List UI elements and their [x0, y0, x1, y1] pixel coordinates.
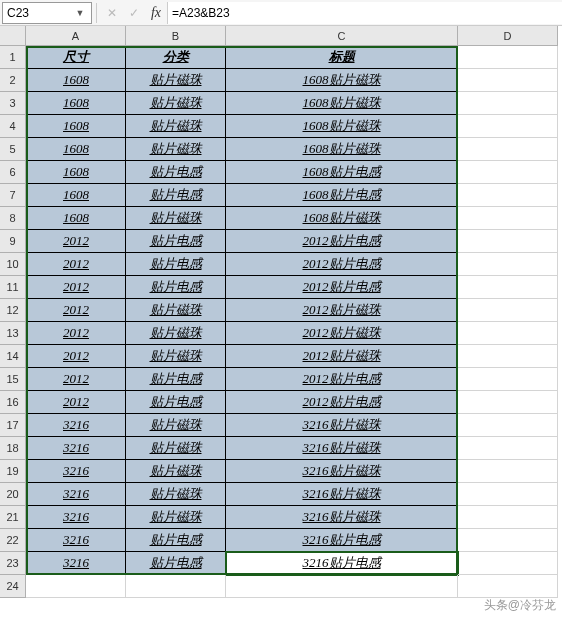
cell-A8[interactable]: 1608: [26, 207, 126, 230]
row-header-18[interactable]: 18: [0, 437, 26, 460]
cell-C19[interactable]: 3216贴片磁珠: [226, 460, 458, 483]
cell-B11[interactable]: 贴片电感: [126, 276, 226, 299]
cell-D8[interactable]: [458, 207, 558, 230]
cell-C17[interactable]: 3216贴片磁珠: [226, 414, 458, 437]
cell-C20[interactable]: 3216贴片磁珠: [226, 483, 458, 506]
cell-C4[interactable]: 1608贴片磁珠: [226, 115, 458, 138]
col-header-A[interactable]: A: [26, 26, 126, 46]
row-header-8[interactable]: 8: [0, 207, 26, 230]
cell-C14[interactable]: 2012贴片磁珠: [226, 345, 458, 368]
row-header-24[interactable]: 24: [0, 575, 26, 598]
col-header-D[interactable]: D: [458, 26, 558, 46]
cell-A12[interactable]: 2012: [26, 299, 126, 322]
cell-C9[interactable]: 2012贴片电感: [226, 230, 458, 253]
cell-D17[interactable]: [458, 414, 558, 437]
cell-B4[interactable]: 贴片磁珠: [126, 115, 226, 138]
col-header-B[interactable]: B: [126, 26, 226, 46]
cell-B23[interactable]: 贴片电感: [126, 552, 226, 575]
formula-input[interactable]: =A23&B23: [167, 2, 562, 24]
cell-A10[interactable]: 2012: [26, 253, 126, 276]
cell-B21[interactable]: 贴片磁珠: [126, 506, 226, 529]
cell-D6[interactable]: [458, 161, 558, 184]
name-box-dropdown-icon[interactable]: ▼: [73, 8, 87, 18]
row-header-9[interactable]: 9: [0, 230, 26, 253]
cell-C18[interactable]: 3216贴片磁珠: [226, 437, 458, 460]
cell-D18[interactable]: [458, 437, 558, 460]
cell-C10[interactable]: 2012贴片电感: [226, 253, 458, 276]
cell-D10[interactable]: [458, 253, 558, 276]
cell-D16[interactable]: [458, 391, 558, 414]
cell-C22[interactable]: 3216贴片电感: [226, 529, 458, 552]
row-header-7[interactable]: 7: [0, 184, 26, 207]
cell-A7[interactable]: 1608: [26, 184, 126, 207]
cell-B7[interactable]: 贴片电感: [126, 184, 226, 207]
cell-C12[interactable]: 2012贴片磁珠: [226, 299, 458, 322]
cell-D11[interactable]: [458, 276, 558, 299]
cell-C11[interactable]: 2012贴片电感: [226, 276, 458, 299]
cell-B19[interactable]: 贴片磁珠: [126, 460, 226, 483]
cell-A16[interactable]: 2012: [26, 391, 126, 414]
cell-D1[interactable]: [458, 46, 558, 69]
row-header-6[interactable]: 6: [0, 161, 26, 184]
cell-C13[interactable]: 2012贴片磁珠: [226, 322, 458, 345]
cell-B13[interactable]: 贴片磁珠: [126, 322, 226, 345]
cell-C23[interactable]: 3216贴片电感: [226, 552, 458, 575]
cell-A6[interactable]: 1608: [26, 161, 126, 184]
cell-A9[interactable]: 2012: [26, 230, 126, 253]
row-header-21[interactable]: 21: [0, 506, 26, 529]
cell-A22[interactable]: 3216: [26, 529, 126, 552]
cell-A20[interactable]: 3216: [26, 483, 126, 506]
cell-D23[interactable]: [458, 552, 558, 575]
cell-C3[interactable]: 1608贴片磁珠: [226, 92, 458, 115]
cell-B1[interactable]: 分类: [126, 46, 226, 69]
cell-D21[interactable]: [458, 506, 558, 529]
cell-D3[interactable]: [458, 92, 558, 115]
cell-B8[interactable]: 贴片磁珠: [126, 207, 226, 230]
cell-A15[interactable]: 2012: [26, 368, 126, 391]
cell-A1[interactable]: 尺寸: [26, 46, 126, 69]
cell-A5[interactable]: 1608: [26, 138, 126, 161]
cell-B2[interactable]: 贴片磁珠: [126, 69, 226, 92]
cell-D14[interactable]: [458, 345, 558, 368]
cell-C1[interactable]: 标题: [226, 46, 458, 69]
row-header-13[interactable]: 13: [0, 322, 26, 345]
row-header-15[interactable]: 15: [0, 368, 26, 391]
row-header-17[interactable]: 17: [0, 414, 26, 437]
row-header-10[interactable]: 10: [0, 253, 26, 276]
cell-A18[interactable]: 3216: [26, 437, 126, 460]
cell-D19[interactable]: [458, 460, 558, 483]
row-header-14[interactable]: 14: [0, 345, 26, 368]
row-header-11[interactable]: 11: [0, 276, 26, 299]
cell-D24[interactable]: [458, 575, 558, 598]
row-header-4[interactable]: 4: [0, 115, 26, 138]
cell-A2[interactable]: 1608: [26, 69, 126, 92]
cell-D15[interactable]: [458, 368, 558, 391]
cell-A24[interactable]: [26, 575, 126, 598]
cell-D2[interactable]: [458, 69, 558, 92]
cells-area[interactable]: 尺寸分类标题1608贴片磁珠1608贴片磁珠1608贴片磁珠1608贴片磁珠16…: [26, 46, 558, 598]
cell-C8[interactable]: 1608贴片磁珠: [226, 207, 458, 230]
cell-A21[interactable]: 3216: [26, 506, 126, 529]
cell-B14[interactable]: 贴片磁珠: [126, 345, 226, 368]
row-header-16[interactable]: 16: [0, 391, 26, 414]
cell-B22[interactable]: 贴片电感: [126, 529, 226, 552]
cell-A3[interactable]: 1608: [26, 92, 126, 115]
cell-A11[interactable]: 2012: [26, 276, 126, 299]
cell-A17[interactable]: 3216: [26, 414, 126, 437]
cell-A19[interactable]: 3216: [26, 460, 126, 483]
cell-B24[interactable]: [126, 575, 226, 598]
row-header-1[interactable]: 1: [0, 46, 26, 69]
row-header-3[interactable]: 3: [0, 92, 26, 115]
cell-B16[interactable]: 贴片电感: [126, 391, 226, 414]
col-header-C[interactable]: C: [226, 26, 458, 46]
cell-D20[interactable]: [458, 483, 558, 506]
row-header-12[interactable]: 12: [0, 299, 26, 322]
cell-A14[interactable]: 2012: [26, 345, 126, 368]
cell-C24[interactable]: [226, 575, 458, 598]
cell-B20[interactable]: 贴片磁珠: [126, 483, 226, 506]
cell-B9[interactable]: 贴片电感: [126, 230, 226, 253]
cell-C21[interactable]: 3216贴片磁珠: [226, 506, 458, 529]
cell-C2[interactable]: 1608贴片磁珠: [226, 69, 458, 92]
cell-B17[interactable]: 贴片磁珠: [126, 414, 226, 437]
cell-A23[interactable]: 3216: [26, 552, 126, 575]
